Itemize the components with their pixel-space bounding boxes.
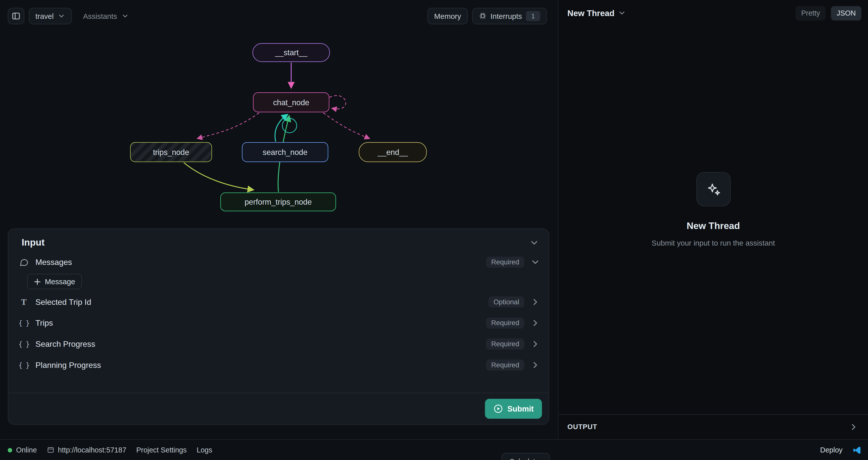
memory-button[interactable]: Memory [428, 8, 468, 24]
output-section-header[interactable]: OUTPUT [559, 414, 868, 439]
panel-left-icon [11, 11, 20, 20]
interrupts-count-badge: 1 [526, 11, 540, 21]
json-toggle-button[interactable]: JSON [831, 6, 861, 20]
chevron-right-icon[interactable] [848, 422, 859, 432]
json-label: JSON [837, 9, 856, 17]
thread-title: New Thread [567, 8, 614, 18]
project-settings-link[interactable]: Project Settings [136, 446, 187, 454]
input-field-selected-trip-id[interactable]: T Selected Trip Id Optional [18, 292, 541, 313]
node-label: trips_node [153, 147, 189, 157]
status-bar: Online http://localhost:57187 Project Se… [0, 439, 868, 460]
add-message-row: Message [27, 274, 541, 289]
graph-node-perform-trips[interactable]: perform_trips_node [220, 193, 336, 211]
calculator-label: Calculator [509, 457, 542, 460]
online-dot-icon [8, 448, 12, 452]
graph-panel: travel Assistants Memory [0, 0, 558, 439]
calculator-button[interactable]: Calculator [502, 453, 550, 460]
thread-header: New Thread Pretty JSON [559, 0, 868, 26]
message-icon [18, 257, 30, 267]
pretty-toggle-button[interactable]: Pretty [796, 6, 826, 20]
graph-node-end[interactable]: __end__ [359, 142, 427, 162]
input-field-trips[interactable]: { } Trips Required [18, 313, 541, 334]
chevron-right-icon[interactable] [530, 339, 541, 349]
braces-icon: { } [18, 319, 30, 327]
input-field-messages[interactable]: Messages Required [18, 252, 541, 273]
pretty-label: Pretty [801, 9, 820, 17]
assistants-select[interactable]: Assistants [76, 8, 135, 24]
input-field-search-progress[interactable]: { } Search Progress Required [18, 333, 541, 355]
window-icon [47, 447, 54, 454]
field-badge: Required [486, 338, 524, 350]
graph-node-search[interactable]: search_node [242, 142, 329, 162]
node-label: __end__ [378, 147, 408, 157]
thread-panel: New Thread Pretty JSON [558, 0, 868, 439]
chevron-down-icon [121, 12, 129, 20]
chevron-right-icon[interactable] [530, 318, 541, 328]
online-label: Online [16, 446, 37, 454]
graph-node-trips[interactable]: trips_node [130, 142, 212, 162]
chevron-down-icon [58, 12, 65, 20]
interrupts-button[interactable]: Interrupts 1 [472, 8, 547, 24]
submit-button[interactable]: Submit [485, 399, 542, 419]
node-label: __start__ [275, 48, 307, 57]
field-label: Search Progress [35, 340, 95, 349]
node-label: search_node [262, 147, 307, 157]
input-field-planning-progress[interactable]: { } Planning Progress Required [18, 355, 541, 375]
chevron-right-icon[interactable] [530, 360, 541, 370]
logs-link[interactable]: Logs [196, 446, 212, 454]
field-badge: Required [486, 257, 524, 268]
plus-icon [34, 278, 41, 285]
field-badge: Required [486, 360, 524, 371]
empty-state-title: New Thread [687, 221, 740, 232]
interrupts-label: Interrupts [491, 12, 522, 20]
field-label: Selected Trip Id [35, 298, 91, 306]
braces-icon: { } [18, 361, 30, 369]
input-panel-title: Input [22, 237, 45, 248]
braces-icon: { } [18, 340, 30, 348]
node-label: perform_trips_node [245, 197, 312, 206]
sparkles-icon-card [696, 172, 731, 206]
chevron-down-icon[interactable] [530, 257, 541, 267]
vscode-icon[interactable] [852, 446, 861, 454]
chevron-down-icon[interactable] [529, 238, 540, 248]
empty-state-subtitle: Submit your input to run the assistant [652, 239, 775, 247]
node-label: chat_node [273, 98, 309, 107]
input-panel-header[interactable]: Input [8, 229, 549, 252]
graph-select[interactable]: travel [29, 8, 72, 24]
server-url[interactable]: http://localhost:57187 [47, 446, 126, 454]
output-label: OUTPUT [567, 423, 597, 431]
input-panel: Input Messages Required [8, 229, 549, 425]
empty-thread-state: New Thread Submit your input to run the … [559, 172, 868, 247]
play-circle-icon [493, 404, 503, 414]
field-label: Messages [35, 258, 72, 267]
deploy-link[interactable]: Deploy [820, 446, 843, 454]
field-label: Planning Progress [35, 361, 101, 369]
graph-toolbar: travel Assistants Memory [0, 0, 558, 32]
bug-icon [479, 12, 487, 20]
online-status: Online [8, 446, 37, 454]
field-badge: Required [486, 317, 524, 328]
submit-label: Submit [507, 404, 534, 413]
graph-node-chat[interactable]: chat_node [253, 92, 330, 112]
add-message-label: Message [45, 277, 75, 286]
assistants-label: Assistants [83, 12, 117, 20]
field-label: Trips [35, 319, 53, 327]
memory-label: Memory [434, 12, 461, 20]
sidebar-toggle-button[interactable] [8, 8, 24, 24]
server-url-label: http://localhost:57187 [58, 446, 126, 454]
chevron-right-icon[interactable] [530, 297, 541, 307]
chevron-down-icon[interactable] [618, 9, 626, 17]
graph-select-label: travel [35, 12, 54, 20]
sparkles-icon [706, 182, 720, 196]
graph-node-start[interactable]: __start__ [252, 43, 330, 62]
field-badge: Optional [489, 297, 524, 307]
input-panel-footer: Submit [8, 393, 549, 424]
add-message-button[interactable]: Message [27, 274, 82, 289]
text-type-icon: T [18, 297, 30, 306]
